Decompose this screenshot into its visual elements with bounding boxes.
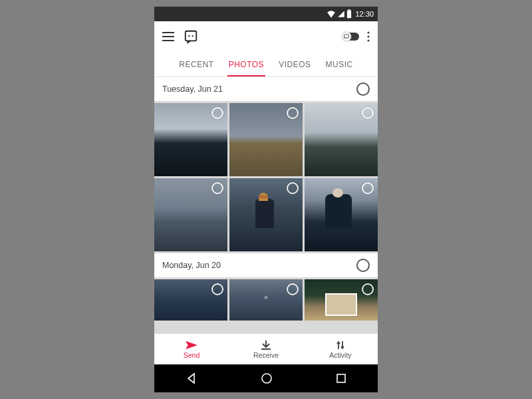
bottom-bar: Send Receive Activity (154, 334, 378, 364)
activity-icon (335, 340, 346, 350)
select-all-circle[interactable] (356, 259, 370, 272)
bottom-activity[interactable]: Activity (303, 334, 378, 364)
section-header: Tuesday, Jun 21 (154, 77, 378, 101)
cast-toggle[interactable] (340, 31, 360, 42)
photo-thumbnail[interactable] (305, 178, 378, 251)
battery-icon (346, 9, 352, 19)
send-icon (184, 340, 199, 350)
select-circle[interactable] (211, 107, 223, 119)
tab-photos[interactable]: PHOTOS (229, 53, 264, 76)
svg-rect-1 (348, 9, 350, 11)
app-logo-icon (184, 29, 198, 44)
photo-grid (154, 277, 378, 323)
svg-point-8 (367, 31, 369, 33)
select-circle[interactable] (287, 107, 299, 119)
tab-bar: RECENT PHOTOS VIDEOS MUSIC (154, 52, 378, 77)
overflow-menu-button[interactable] (367, 31, 370, 42)
select-circle[interactable] (362, 283, 374, 295)
section-header: Monday, Jun 20 (154, 253, 378, 277)
bottom-label: Send (184, 351, 200, 359)
bottom-label: Activity (329, 351, 351, 359)
photo-thumbnail[interactable] (305, 103, 378, 176)
select-circle[interactable] (211, 283, 223, 295)
svg-point-9 (367, 35, 369, 37)
select-all-circle[interactable] (356, 82, 370, 96)
svg-rect-12 (337, 374, 345, 382)
select-circle[interactable] (362, 107, 374, 119)
status-time: 12:30 (355, 10, 374, 18)
svg-point-4 (192, 35, 194, 37)
svg-point-3 (188, 35, 190, 37)
app-bar (154, 21, 378, 52)
tab-videos[interactable]: VIDEOS (279, 53, 311, 76)
signal-icon (337, 10, 345, 18)
phone-frame: 12:30 RECENT PHOTOS VIDEOS MUSIC Tuesday… (154, 7, 378, 392)
svg-rect-2 (186, 31, 197, 41)
photo-thumbnail[interactable] (229, 279, 303, 321)
home-icon[interactable] (260, 372, 273, 385)
photo-thumbnail[interactable] (154, 103, 227, 176)
download-icon (260, 340, 272, 350)
tab-recent[interactable]: RECENT (179, 53, 213, 76)
photo-thumbnail[interactable] (229, 178, 303, 251)
bottom-label: Receive (253, 351, 279, 359)
section-date-label: Tuesday, Jun 21 (162, 84, 223, 94)
svg-point-11 (262, 374, 271, 383)
select-circle[interactable] (211, 182, 223, 194)
wifi-icon (327, 10, 336, 18)
select-circle[interactable] (287, 182, 299, 194)
select-circle[interactable] (362, 182, 374, 194)
select-circle[interactable] (287, 283, 299, 295)
photo-thumbnail[interactable] (229, 103, 303, 176)
menu-button[interactable] (162, 32, 174, 41)
photo-thumbnail[interactable] (154, 279, 227, 321)
section-date-label: Monday, Jun 20 (162, 261, 221, 270)
recents-icon[interactable] (335, 372, 347, 384)
photo-thumbnail[interactable] (305, 279, 378, 321)
svg-rect-0 (347, 11, 351, 19)
tab-music[interactable]: MUSIC (326, 53, 353, 76)
android-nav-bar (154, 364, 378, 392)
svg-point-10 (367, 39, 369, 41)
svg-point-6 (342, 32, 351, 41)
content-area[interactable]: Tuesday, Jun 21 Monday, Jun 20 (154, 77, 378, 334)
bottom-receive[interactable]: Receive (229, 334, 303, 364)
photo-thumbnail[interactable] (154, 178, 227, 251)
photo-grid (154, 101, 378, 253)
bottom-send[interactable]: Send (154, 334, 229, 364)
status-bar: 12:30 (154, 7, 378, 21)
back-icon[interactable] (185, 372, 198, 385)
